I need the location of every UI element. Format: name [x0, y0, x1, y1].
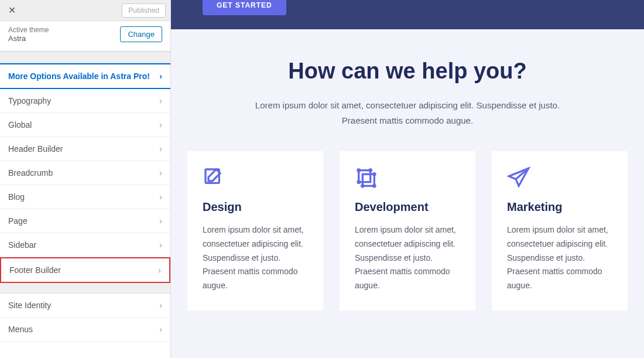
card-development: Development Lorem ipsum dolor sit amet, …	[340, 151, 475, 311]
published-button[interactable]: Published	[122, 4, 166, 18]
chevron-right-icon: ›	[159, 240, 162, 250]
menu-label: Header Builder	[8, 144, 63, 154]
hero-subtitle: Lorem ipsum dolor sit amet, consectetuer…	[244, 98, 571, 128]
svg-point-8	[362, 185, 364, 187]
menu-label: Breadcrumb	[8, 168, 53, 178]
cards-row: Design Lorem ipsum dolor sit amet, conse…	[171, 151, 644, 311]
menu-breadcrumb[interactable]: Breadcrumb ›	[0, 161, 170, 185]
astra-pro-promo[interactable]: More Options Available in Astra Pro! ›	[0, 63, 170, 89]
hero-content: How can we help you? Lorem ipsum dolor s…	[171, 29, 644, 151]
menu-header-builder[interactable]: Header Builder ›	[0, 137, 170, 161]
menu-label: Typography	[8, 96, 51, 105]
active-theme-row: Active theme Astra Change	[0, 21, 170, 52]
card-text: Lorem ipsum dolor sit amet, consectetuer…	[203, 223, 308, 293]
card-marketing: Marketing Lorem ipsum dolor sit amet, co…	[492, 151, 628, 311]
customizer-topbar: ✕ Published	[0, 0, 170, 21]
card-text: Lorem ipsum dolor sit amet, consectetuer…	[355, 223, 460, 293]
chevron-right-icon: ›	[159, 192, 162, 202]
svg-rect-1	[359, 171, 371, 182]
chevron-right-icon: ›	[159, 71, 162, 81]
chevron-right-icon: ›	[159, 301, 162, 310]
card-title: Design	[203, 200, 308, 214]
svg-point-7	[374, 185, 375, 187]
chevron-right-icon: ›	[159, 120, 162, 129]
chevron-right-icon: ›	[159, 144, 162, 154]
menu-site-identity[interactable]: Site Identity ›	[0, 294, 170, 318]
card-design: Design Lorem ipsum dolor sit amet, conse…	[187, 151, 323, 311]
chevron-right-icon: ›	[159, 96, 162, 105]
menu-label: Global	[8, 120, 32, 129]
active-theme-label: Active theme	[8, 26, 120, 34]
hero-background: GET STARTED	[171, 0, 644, 29]
theme-name: Astra	[8, 34, 120, 43]
menu-menus[interactable]: Menus ›	[0, 318, 170, 342]
menu-label: Sidebar	[8, 240, 36, 250]
card-text: Lorem ipsum dolor sit amet, consectetuer…	[507, 223, 612, 293]
hero-title: How can we help you?	[206, 59, 609, 84]
menu-label: Site Identity	[8, 301, 51, 310]
get-started-button[interactable]: GET STARTED	[203, 0, 286, 15]
menu-label: Page	[8, 216, 28, 226]
menu-label: Menus	[8, 325, 33, 334]
menu-sidebar[interactable]: Sidebar ›	[0, 233, 170, 257]
svg-point-6	[374, 173, 375, 175]
menu-label: Footer Builder	[9, 265, 61, 275]
card-title: Development	[355, 200, 460, 214]
preview-pane: GET STARTED How can we help you? Lorem i…	[171, 0, 644, 358]
card-title: Marketing	[507, 200, 612, 214]
chevron-right-icon: ›	[159, 168, 162, 178]
svg-point-4	[369, 169, 371, 171]
pencil-icon	[203, 166, 226, 190]
svg-point-5	[358, 181, 359, 183]
menu-page[interactable]: Page ›	[0, 209, 170, 233]
chevron-right-icon: ›	[159, 216, 162, 226]
svg-rect-2	[362, 174, 374, 186]
menu-footer-builder[interactable]: Footer Builder ›	[0, 257, 170, 283]
menu-blog[interactable]: Blog ›	[0, 185, 170, 209]
paper-plane-icon	[507, 166, 530, 190]
svg-point-3	[358, 169, 359, 171]
change-theme-button[interactable]: Change	[120, 26, 162, 42]
menu-global[interactable]: Global ›	[0, 113, 170, 137]
chevron-right-icon: ›	[158, 265, 161, 275]
chevron-right-icon: ›	[159, 325, 162, 334]
promo-label: More Options Available in Astra Pro!	[8, 71, 150, 81]
customizer-sidebar: ✕ Published Active theme Astra Change Mo…	[0, 0, 171, 358]
close-icon[interactable]: ✕	[5, 2, 19, 18]
menu-typography[interactable]: Typography ›	[0, 89, 170, 113]
layers-icon	[355, 166, 378, 190]
menu-label: Blog	[8, 192, 25, 202]
